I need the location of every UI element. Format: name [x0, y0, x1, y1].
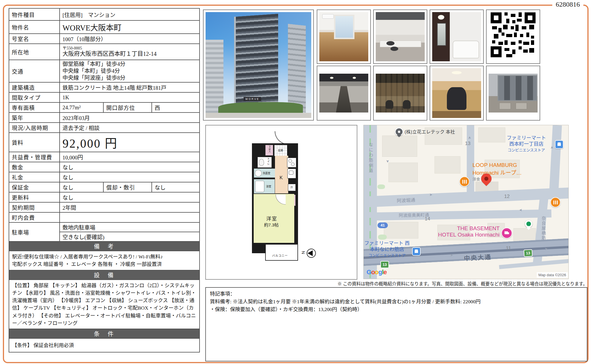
photo-kitchen: [373, 9, 427, 64]
table-row: 号室名 1007（10階部分）: [9, 34, 200, 44]
counter-shape: [380, 41, 422, 47]
familymart1-label: ファミリーマート 西本町一丁目店 コンビニエンスストア: [499, 135, 554, 153]
row-value: 2023年03月: [60, 113, 200, 123]
property-flyer-page: 6280816 物件種目 [住居用] マンション 物件名 WORVE大阪本町 号…: [0, 0, 592, 364]
parking-value-2: 空きなし(要確認): [60, 232, 200, 241]
room-size-label: 約7.3帖: [264, 222, 279, 228]
street-label-awabori: 阿波堀通: [397, 196, 415, 204]
row-value: 10,000円: [60, 152, 200, 162]
street-shape: [206, 113, 311, 118]
access-line: 御堂筋線「本町」徒歩4分: [62, 61, 197, 68]
map-greenery: [377, 184, 385, 189]
table-row: 交通 御堂筋線「本町」徒歩4分 中央線「本町」徒歩4分 中央線「阿波座」徒歩8分: [9, 60, 200, 82]
equipment-text: 【位置】 角部屋 【キッチン】 給湯器（ガス）・ガスコンロ（2口）・システムキッ…: [9, 280, 200, 329]
remarks-text: 駅近!便利な住環境☆ / 入居者専用ワークスペースあり! / Wi-Fi無料♪ …: [9, 251, 200, 270]
hotel-label: THE BASEMENT HOTEL Osaka Honmachi: [434, 225, 500, 238]
table-row: 所在地 〒550-0005 大阪府大阪市西区西本町１丁目12-14: [9, 44, 200, 60]
table-row: 共益費・管理費 10,000円: [9, 152, 200, 162]
block-number: 12: [504, 194, 510, 199]
row-label: 号室名: [9, 34, 60, 44]
basin-shape: [255, 170, 262, 177]
row-value: なし: [60, 192, 200, 202]
ceiling-light-shape: [330, 77, 333, 79]
room-interior-image: [319, 12, 368, 61]
poi-line: 西本町一丁目店: [509, 141, 544, 147]
map-greenery: [378, 235, 387, 240]
kitchen-image: [376, 12, 425, 61]
row-label: 専有面積: [9, 102, 60, 113]
photo-room-interior: [317, 9, 371, 64]
map-building-block: [388, 163, 418, 182]
table-row: 保証金 なし 償却・敷引 なし: [9, 182, 200, 192]
burner-shape: [390, 47, 398, 51]
row-label: 敷金: [9, 162, 60, 172]
workspace-image: [376, 74, 425, 113]
map-building-block: [434, 156, 460, 174]
google-logo: Google: [367, 268, 387, 276]
poi-line: 本町なにわ筋店: [370, 247, 404, 252]
road-arrow-icon: ➤: [429, 193, 432, 197]
row-label: 築年: [9, 113, 60, 123]
poi-line: LOOP HAMBURG: [473, 162, 522, 168]
wood-panel-shape: [376, 74, 425, 113]
green-place-pin-icon: [525, 220, 532, 228]
amortization-label: 償却・敷引: [103, 182, 152, 192]
row-label: 建築構造: [9, 82, 60, 92]
conditions-header: 条 件: [9, 329, 200, 338]
table-row: 敷金 なし: [9, 162, 200, 172]
qr-code: [491, 12, 536, 57]
familymart2-label: ファミリーマート 西 本町なにわ筋店 コンビニエンスストア: [363, 240, 414, 258]
genkan-label: 玄関: [278, 148, 283, 152]
address-value: 〒550-0005 大阪府大阪市西区西本町１丁目12-14: [60, 44, 200, 60]
photo-ground-terrace: [486, 66, 540, 121]
row-value: 退去予定 / 相談: [60, 123, 200, 133]
access-line: 中央線「本町」徒歩4分: [62, 68, 197, 75]
poi-line: HOTEL Osaka Honmachi: [434, 232, 500, 238]
equipment-header-row: 設 備: [9, 270, 200, 280]
bath-label: 浴室: [266, 184, 271, 188]
address-text: 大阪府大阪市西区西本町１丁目12-14: [62, 51, 197, 57]
hotel-icon: [501, 228, 512, 239]
fridge-area: 冷: [288, 184, 296, 191]
building-exterior-image: WORVE: [206, 12, 311, 118]
road-arrow-icon: ➤: [467, 136, 472, 139]
table-row: 現況/入居時期 退去予定 / 相談: [9, 123, 200, 133]
office-chair-shape: [447, 87, 466, 110]
compass-needle: [308, 250, 313, 256]
table-row: 礼金 なし: [9, 172, 200, 182]
poi-line: THE BASEMENT: [434, 225, 500, 232]
route-badge-13: 13: [380, 261, 389, 268]
restaurant-icon: [550, 197, 561, 207]
table-row: 物件名 WORVE大阪本町: [9, 20, 200, 34]
row-label: 更新料: [9, 192, 60, 202]
conditions-row: 【条件】 保証会社利用必須: [9, 338, 200, 352]
route-badge-13: 13: [523, 249, 532, 257]
side-building-shape: [288, 24, 306, 113]
document-number: 6280816: [552, 1, 583, 8]
terrace-image: [489, 74, 538, 113]
row-value: 1K: [60, 92, 200, 102]
facing-label: 開口部方位: [103, 102, 152, 113]
glass-facade-shape: [498, 75, 538, 101]
row-value: なし: [60, 172, 200, 182]
row-value: 鉄筋コンクリート造 地上14階 総戸数181戸: [60, 82, 200, 92]
air-conditioner-shape: [322, 14, 333, 19]
shoe-box-label: 下足入: [268, 146, 271, 153]
room-type-label: 洋室: [266, 215, 277, 222]
road-arrow-icon: ➤: [450, 253, 454, 258]
street-label-naraya: 奈良屋橋筋: [540, 216, 547, 241]
washroom-area: 洗面室: [254, 168, 276, 178]
poi-line: コンビニエンスストア: [368, 253, 406, 258]
poi-line: コンビニエンスストア: [508, 148, 545, 152]
property-spec-table: 物件種目 [住居用] マンション 物件名 WORVE大阪本町 号室名 1007（…: [9, 8, 200, 352]
bathtub-plan-shape: [255, 181, 264, 192]
toilet-shape: [259, 159, 264, 166]
road-arrow-icon: ➤: [544, 247, 548, 251]
table-row: 町内会費: [9, 212, 200, 222]
row-label: 保証金: [9, 182, 60, 192]
row-label: 物件種目: [9, 8, 60, 20]
property-name: WORVE大阪本町: [60, 20, 200, 34]
photo-building-exterior: WORVE: [203, 9, 314, 121]
restaurant-icon: [459, 176, 470, 187]
remarks-line: 駅近!便利な住環境☆ / 入居者専用ワークスペースあり! / Wi-Fi無料♪: [12, 254, 163, 260]
